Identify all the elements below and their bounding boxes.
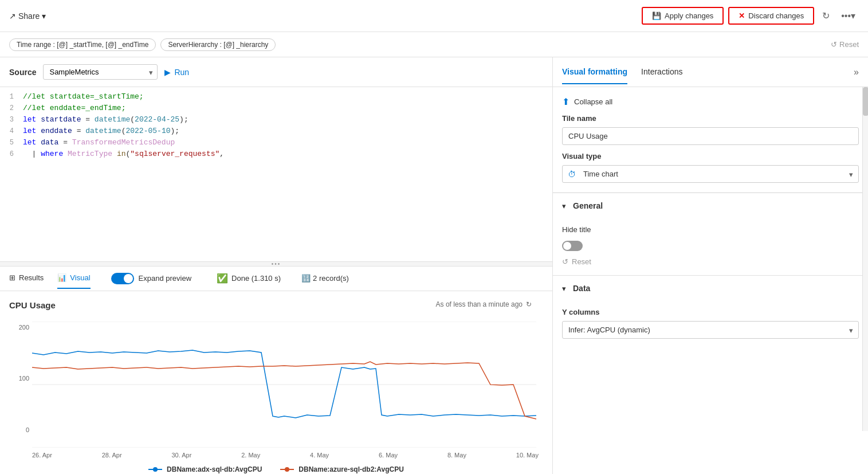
general-section-header[interactable]: ▾ General (553, 193, 868, 218)
status-done: ✅ Done (1.310 s) (217, 273, 281, 284)
legend-line-azure (280, 466, 294, 473)
collapse-icon: ⬆ (562, 96, 569, 107)
reset-icon: ↺ (831, 40, 837, 49)
chart-area: CPU Usage As of less than a minute ago ↻… (0, 291, 552, 475)
results-label: Results (19, 273, 44, 282)
code-line-1: 1 //let startdate=_startTime; (0, 92, 552, 103)
general-section-body: Hide title ↺ Reset (553, 225, 868, 275)
discard-changes-button[interactable]: ✕ Discard changes (728, 7, 814, 25)
reset-label: Reset (839, 40, 859, 49)
code-line-4: 4 let enddate = datetime(2022-05-10); (0, 126, 552, 138)
share-button[interactable]: ↗ Share ▾ (9, 11, 46, 21)
y-columns-select-wrapper: Infer: AvgCPU (dynamic) (562, 321, 859, 339)
drag-handle[interactable]: ••• (0, 261, 552, 266)
share-icon: ↗ (9, 11, 16, 21)
share-chevron-icon: ▾ (42, 11, 46, 21)
timestamp-text: As of less than a minute ago (436, 300, 523, 308)
close-icon: ✕ (739, 11, 745, 20)
result-tabs: ⊞ Results 📊 Visual Expand preview ✅ Done… (0, 266, 552, 291)
tab-interactions[interactable]: Interactions (641, 60, 682, 84)
left-panel: Source SampleMetrics ▶ Run 1 //let start… (0, 57, 553, 474)
server-hierarchy-param[interactable]: ServerHierarchy : [@] _hierarchy (160, 38, 276, 51)
right-panel-content: ⬆ Collapse all Tile name Visual type ⏱ T… (553, 87, 868, 348)
data-section-body: Y columns Infer: AvgCPU (dynamic) (553, 308, 868, 348)
general-label: General (573, 201, 603, 210)
run-button[interactable]: ▶ Run (164, 68, 189, 77)
reset-general-button[interactable]: ↺ Reset (562, 257, 591, 266)
chart-icon: 📊 (57, 273, 66, 282)
format-tabs: Visual formatting Interactions » (553, 57, 868, 87)
toolbar-left: ↗ Share ▾ (9, 11, 46, 21)
apply-changes-button[interactable]: 💾 Apply changes (642, 7, 724, 25)
code-line-2: 2 //let enddate=_endTime; (0, 103, 552, 115)
data-section-header[interactable]: ▾ Data (553, 275, 868, 301)
refresh-chart-icon[interactable]: ↻ (526, 300, 532, 308)
chart-timestamp: As of less than a minute ago ↻ (436, 300, 532, 308)
scrollbar-track[interactable] (862, 87, 868, 431)
tab-visual-formatting[interactable]: Visual formatting (562, 60, 627, 84)
toolbar-right: 💾 Apply changes ✕ Discard changes ↻ •••▾ (642, 7, 859, 25)
visual-type-select-wrapper: ⏱ Time chart (562, 165, 859, 183)
source-label: Source (9, 68, 36, 77)
tab-results[interactable]: ⊞ Results (9, 268, 44, 289)
svg-point-4 (153, 467, 158, 472)
collapse-all-label: Collapse all (574, 97, 612, 106)
param-bar: Time range : [@] _startTime, [@] _endTim… (0, 32, 868, 57)
hide-title-label: Hide title (562, 225, 591, 234)
chart-svg (32, 322, 536, 448)
code-line-6: 6 | where MetricType in("sqlserver_reque… (0, 149, 552, 160)
general-chevron-icon: ▾ (562, 202, 566, 210)
record-badge: 🔢 2 record(s) (301, 274, 349, 283)
code-line-5: 5 let data = TransformedMetricsDedup (0, 138, 552, 149)
legend-item-adx: DBName:adx-sql-db:AvgCPU (148, 465, 262, 473)
reset-icon-small: ↺ (562, 257, 568, 266)
collapse-all-section: ⬆ Collapse all Tile name Visual type ⏱ T… (553, 87, 868, 193)
expand-label: Expand preview (139, 274, 192, 283)
data-label: Data (573, 284, 590, 293)
expand-panel-icon[interactable]: » (854, 67, 859, 77)
hide-title-toggle[interactable] (562, 241, 583, 251)
done-icon: ✅ (217, 273, 228, 284)
discard-label: Discard changes (748, 11, 804, 20)
tab-visual[interactable]: 📊 Visual (57, 268, 90, 289)
time-range-param[interactable]: Time range : [@] _startTime, [@] _endTim… (9, 38, 156, 51)
refresh-button[interactable]: ↻ (819, 7, 833, 25)
run-label: Run (174, 68, 189, 77)
code-editor[interactable]: 1 //let startdate=_startTime; 2 //let en… (0, 87, 552, 261)
legend-item-azure: DBName:azure-sql-db2:AvgCPU (280, 465, 404, 473)
expand-toggle: Expand preview (111, 273, 192, 284)
y-columns-label: Y columns (562, 308, 859, 316)
code-line-3: 3 let startdate = datetime(2022-04-25); (0, 115, 552, 126)
expand-preview-toggle[interactable] (111, 273, 134, 284)
top-toolbar: ↗ Share ▾ 💾 Apply changes ✕ Discard chan… (0, 0, 868, 32)
main-area: Source SampleMetrics ▶ Run 1 //let start… (0, 57, 868, 474)
save-icon: 💾 (652, 11, 661, 20)
reset-button[interactable]: ↺ Reset (831, 40, 859, 49)
y-columns-select[interactable]: Infer: AvgCPU (dynamic) (562, 321, 859, 339)
badge-icon: 🔢 (301, 274, 311, 283)
chart-svg-area (32, 322, 539, 449)
chart-canvas-area: 200 100 0 (9, 322, 543, 459)
source-select-wrapper: SampleMetrics (43, 64, 158, 80)
source-bar: Source SampleMetrics ▶ Run (0, 57, 552, 87)
reset-small-label: Reset (572, 257, 591, 266)
done-label: Done (1.310 s) (231, 274, 281, 283)
legend-line-adx (148, 466, 162, 473)
hide-title-row: Hide title (562, 225, 859, 234)
more-options-button[interactable]: •••▾ (838, 7, 859, 25)
tile-name-input[interactable] (562, 127, 859, 145)
records-label: 2 record(s) (313, 274, 349, 283)
source-select[interactable]: SampleMetrics (43, 64, 158, 80)
clock-icon: ⏱ (568, 170, 576, 179)
apply-label: Apply changes (665, 11, 713, 20)
visual-type-select[interactable]: Time chart (562, 165, 859, 183)
data-chevron-icon: ▾ (562, 284, 566, 293)
svg-point-6 (285, 467, 289, 472)
chart-legend: DBName:adx-sql-db:AvgCPU DBName:azure-sq… (9, 465, 543, 473)
scrollbar-thumb[interactable] (863, 87, 868, 116)
collapse-all-button[interactable]: ⬆ Collapse all (562, 96, 612, 107)
run-icon: ▶ (164, 68, 171, 77)
chart-x-labels: 26. Apr 28. Apr 30. Apr 2. May 4. May 6.… (32, 452, 539, 459)
tile-name-label: Tile name (562, 114, 859, 123)
right-panel: Visual formatting Interactions » ⬆ Colla… (553, 57, 868, 474)
